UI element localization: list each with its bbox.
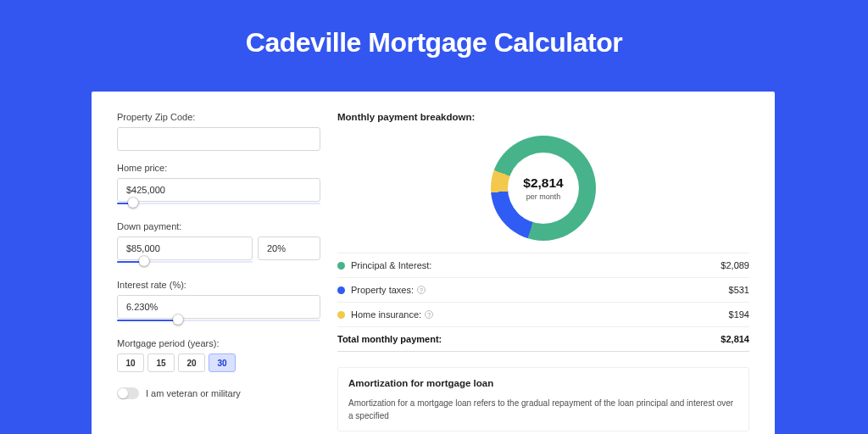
breakdown-label: Property taxes:? xyxy=(351,285,729,295)
toggle-knob xyxy=(118,388,128,398)
slider-thumb[interactable] xyxy=(173,314,183,325)
breakdown-value: $531 xyxy=(729,285,749,295)
donut-chart-wrap: $2,814 per month xyxy=(337,131,749,253)
breakdown-value: $194 xyxy=(729,309,749,320)
period-btn-30[interactable]: 30 xyxy=(209,353,236,372)
swatch-icon xyxy=(337,311,345,319)
donut-amount: $2,814 xyxy=(523,175,563,191)
amortization-card: Amortization for mortgage loan Amortizat… xyxy=(337,367,749,431)
slider-thumb[interactable] xyxy=(139,256,149,266)
zip-label: Property Zip Code: xyxy=(117,112,320,122)
down-amount-input[interactable] xyxy=(117,236,253,260)
info-icon[interactable]: ? xyxy=(425,310,433,319)
down-label: Down payment: xyxy=(117,221,320,231)
period-btn-10[interactable]: 10 xyxy=(117,353,144,372)
donut-center: $2,814 per month xyxy=(508,153,579,224)
slider-fill xyxy=(117,320,178,321)
rate-label: Interest rate (%): xyxy=(117,280,320,290)
breakdown-row: Principal & Interest:$2,089 xyxy=(337,253,749,278)
price-field: Home price: xyxy=(117,163,320,209)
down-field: Down payment: xyxy=(117,221,320,268)
page-title: Cadeville Mortgage Calculator xyxy=(0,0,868,79)
period-btn-15[interactable]: 15 xyxy=(147,353,175,372)
period-options: 10152030 xyxy=(117,353,320,372)
price-input[interactable] xyxy=(117,178,320,202)
price-label: Home price: xyxy=(117,163,320,173)
slider-track xyxy=(117,203,320,204)
breakdown-row: Home insurance:?$194 xyxy=(337,303,749,327)
swatch-icon xyxy=(337,262,345,270)
breakdown-label: Home insurance:? xyxy=(351,309,729,320)
rate-slider[interactable] xyxy=(117,318,320,326)
breakdown-panel: Monthly payment breakdown: $2,814 per mo… xyxy=(337,112,749,431)
down-pct-input[interactable] xyxy=(258,236,320,260)
amortization-title: Amortization for mortgage loan xyxy=(348,378,738,388)
total-value: $2,814 xyxy=(721,334,749,344)
period-label: Mortgage period (years): xyxy=(117,338,320,348)
down-slider[interactable] xyxy=(117,259,253,268)
zip-input[interactable] xyxy=(117,127,320,151)
amortization-body: Amortization for a mortgage loan refers … xyxy=(348,397,738,422)
breakdown-row: Property taxes:?$531 xyxy=(337,278,749,303)
price-slider[interactable] xyxy=(117,201,320,209)
period-field: Mortgage period (years): 10152030 xyxy=(117,338,320,372)
veteran-row: I am veteran or military xyxy=(117,387,320,399)
breakdown-value: $2,089 xyxy=(721,260,749,270)
veteran-toggle[interactable] xyxy=(117,387,139,399)
slider-thumb[interactable] xyxy=(128,198,138,208)
donut-chart: $2,814 per month xyxy=(491,136,596,241)
swatch-icon xyxy=(337,287,345,294)
form-panel: Property Zip Code: Home price: Down paym… xyxy=(117,112,320,431)
donut-sub: per month xyxy=(526,192,561,201)
rate-input[interactable] xyxy=(117,295,320,319)
breakdown-title: Monthly payment breakdown: xyxy=(337,112,749,122)
period-btn-20[interactable]: 20 xyxy=(178,353,205,372)
zip-field: Property Zip Code: xyxy=(117,112,320,151)
total-label: Total monthly payment: xyxy=(337,334,721,344)
breakdown-list: Principal & Interest:$2,089Property taxe… xyxy=(337,253,749,352)
breakdown-label: Principal & Interest: xyxy=(351,260,721,270)
veteran-label: I am veteran or military xyxy=(146,388,241,398)
breakdown-total-row: Total monthly payment:$2,814 xyxy=(337,327,749,352)
calculator-card: Property Zip Code: Home price: Down paym… xyxy=(92,92,775,434)
info-icon[interactable]: ? xyxy=(417,286,426,294)
rate-field: Interest rate (%): xyxy=(117,280,320,326)
